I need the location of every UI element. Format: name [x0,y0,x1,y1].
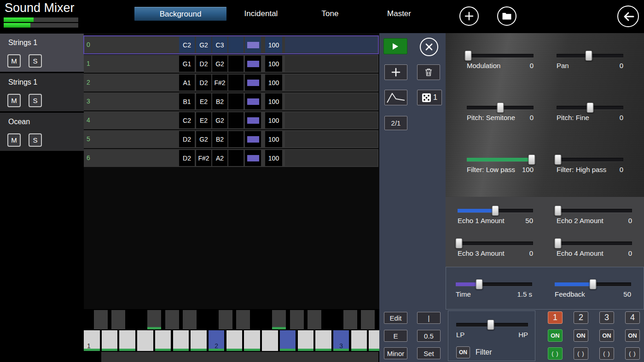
velocity-cell[interactable]: 100 [265,37,282,53]
slider-thumb[interactable] [555,238,562,248]
black-key[interactable] [236,310,250,329]
color-swatch-cell[interactable] [245,75,261,91]
white-key[interactable] [244,330,260,351]
slider-thumb[interactable] [492,206,499,216]
note-cell[interactable]: G1 [179,56,195,72]
note-cell[interactable]: F#2 [196,150,211,166]
solo-button[interactable]: S [29,133,42,147]
slider-track[interactable] [467,158,534,161]
color-swatch-cell[interactable] [245,56,261,72]
white-key[interactable] [315,330,331,351]
slider-echo-4-amount[interactable]: Echo 4 Amount0 [557,241,632,257]
track-item[interactable]: Strings 1MS [0,73,84,111]
slider-pan[interactable]: Pan0 [557,54,623,69]
note-cell[interactable]: G2 [212,56,227,72]
slider-filter-high-pass[interactable]: Filter: High pass0 [557,158,623,173]
save-button[interactable] [497,6,516,26]
edit-button[interactable]: Edit [384,312,407,324]
note-cell[interactable]: F#2 [212,75,227,91]
note-cell[interactable]: B1 [179,93,195,109]
slider-echo-2-amount[interactable]: Echo 2 Amount0 [557,209,632,224]
slider-track[interactable] [557,54,623,57]
note-cell[interactable]: B2 [212,131,227,147]
note-cell[interactable]: C2 [179,112,195,128]
note-cell[interactable]: D2 [179,131,195,147]
note-cell[interactable]: C3 [212,37,227,53]
note-cell[interactable]: A2 [212,150,227,166]
set-button[interactable]: Set [417,347,441,359]
echo-on-button[interactable]: ON [599,329,614,342]
slider-track[interactable] [557,158,623,161]
slider-thumb[interactable] [590,279,597,289]
slider-echo-1-amount[interactable]: Echo 1 Amount50 [458,209,533,224]
slider-thumb[interactable] [487,320,494,330]
black-key[interactable] [147,310,161,329]
white-key[interactable] [137,330,153,351]
echo-unit-3-button[interactable]: 3 [599,311,614,324]
step-button[interactable]: 0.5 [417,330,441,342]
empty-cell[interactable] [228,112,244,128]
note-cell[interactable]: G2 [196,131,211,147]
slider-track[interactable] [557,241,632,245]
envelope-button[interactable] [384,90,407,105]
black-key[interactable] [361,310,375,329]
keyboard-scrollbar[interactable] [84,352,378,362]
slider-thumb[interactable] [585,51,592,61]
velocity-cell[interactable]: 100 [265,131,282,147]
slider-thumb[interactable] [456,238,463,248]
white-key[interactable] [102,330,118,351]
tab-master[interactable]: Master [365,9,434,18]
slider-thumb[interactable] [476,279,483,289]
slider-filter-low-pass[interactable]: Filter: Low pass100 [467,158,534,173]
note-cell[interactable]: E2 [196,112,211,128]
pattern-row[interactable]: 6D2F#2A2100 [84,149,378,167]
pattern-row[interactable]: 3B1E2B2100 [84,92,378,110]
white-key[interactable]: 2 [209,330,225,351]
slider-time[interactable]: Time1.5 s [456,282,532,298]
echo-unit-2-button[interactable]: 2 [574,311,588,324]
track-item[interactable]: OceanMS [0,113,84,151]
empty-cell[interactable] [228,93,244,109]
note-cell[interactable]: E2 [196,93,211,109]
pattern-row[interactable]: 1G1D2G2100 [84,55,378,73]
note-cell[interactable]: G2 [196,37,211,53]
scale-mode-button[interactable]: Minor [384,347,407,359]
white-key[interactable] [369,330,379,351]
velocity-cell[interactable]: 100 [265,75,282,91]
black-key[interactable] [165,310,179,329]
add-row-button[interactable] [384,64,407,80]
back-button[interactable] [617,6,639,27]
note-cell[interactable]: D2 [179,150,195,166]
velocity-cell[interactable]: 100 [265,93,282,109]
echo-on-button[interactable]: ON [625,329,640,342]
note-cell[interactable]: D2 [196,75,211,91]
tab-incidental[interactable]: Incidental [226,9,296,18]
white-key[interactable] [298,330,314,351]
empty-cell[interactable] [228,75,244,91]
slider-track[interactable] [557,106,623,109]
play-button[interactable] [383,38,407,54]
echo-paren-button[interactable]: ( ) [548,347,563,360]
slider-thumb[interactable] [586,103,593,113]
note-cell[interactable]: A1 [179,75,195,91]
black-key[interactable] [219,310,232,329]
black-key[interactable] [111,310,125,329]
color-swatch-cell[interactable] [245,150,261,166]
scale-root-button[interactable]: E [384,330,407,342]
empty-cell[interactable] [228,56,244,72]
slider-track[interactable] [467,54,534,57]
black-key[interactable] [290,310,304,329]
pattern-row[interactable]: 0C2G2C3100 [84,36,378,54]
note-cell[interactable]: D2 [196,56,211,72]
filter-on-button[interactable]: ON [456,346,470,358]
white-key[interactable]: 1 [84,330,100,351]
note-cell[interactable]: G2 [212,112,227,128]
white-key[interactable] [191,330,207,351]
ratio-button[interactable]: 2/1 [384,116,407,130]
empty-cell[interactable] [228,37,244,53]
keyboard-scroll-thumb[interactable] [84,352,101,362]
slider-thumb[interactable] [554,155,561,165]
clear-button[interactable] [420,38,438,56]
note-cell[interactable]: C2 [179,37,195,53]
echo-unit-4-button[interactable]: 4 [625,311,640,324]
